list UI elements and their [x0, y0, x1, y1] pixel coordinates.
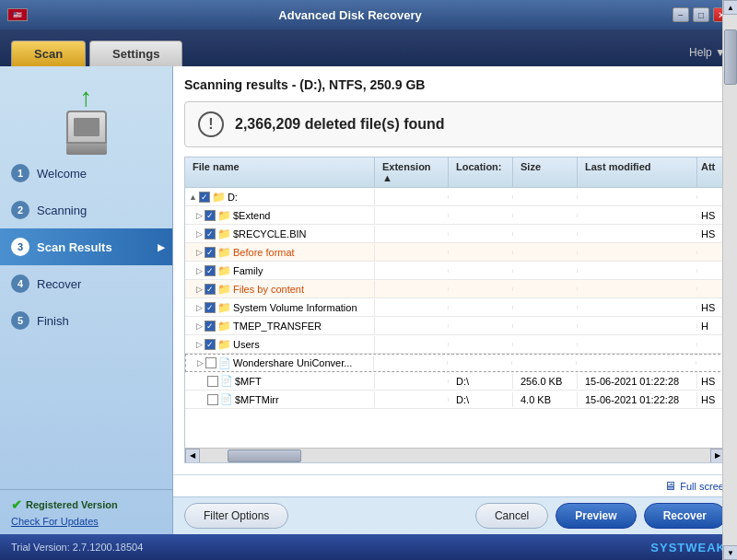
- row-filename: ▲ 📁 D:: [185, 189, 375, 205]
- scroll-left-button[interactable]: ◀: [185, 449, 200, 463]
- col-header-filename: File name: [185, 158, 375, 187]
- row-checkbox[interactable]: [205, 302, 216, 313]
- table-body: ▲ 📁 D:: [185, 188, 725, 448]
- folder-icon: 📁: [217, 209, 231, 222]
- table-header: File name Extension ▲ Location: Size Las…: [185, 158, 725, 188]
- row-filename: ▷ 📄 Wondershare UniConver...: [193, 356, 374, 371]
- navbar: Scan Settings Help ▼: [0, 29, 737, 66]
- full-screen-button[interactable]: 🖥 Full screen: [664, 479, 730, 493]
- fullscreen-icon: 🖥: [664, 479, 676, 493]
- alert-box: ! 2,366,209 deleted file(s) found: [184, 101, 726, 147]
- sidebar-item-recover[interactable]: 4 Recover: [0, 265, 172, 302]
- row-checkbox[interactable]: [207, 394, 218, 405]
- table-row[interactable]: ▷ 📁 Files by content: [185, 280, 725, 298]
- col-header-modified: Last modified: [578, 158, 697, 187]
- file-table: File name Extension ▲ Location: Size Las…: [184, 157, 726, 463]
- table-row[interactable]: ▷ 📁 $RECYCLE.BIN HS: [185, 225, 725, 243]
- tab-settings[interactable]: Settings: [89, 41, 182, 66]
- row-checkbox[interactable]: [205, 247, 216, 258]
- navbar-tabs: Scan Settings: [11, 41, 182, 66]
- maximize-button[interactable]: □: [693, 7, 709, 22]
- table-row[interactable]: ▲ 📁 D:: [185, 188, 725, 206]
- horizontal-scrollbar[interactable]: ◀ ▶: [185, 448, 725, 462]
- folder-icon: 📁: [217, 301, 231, 314]
- scan-results-title: Scanning results - (D:), NTFS, 250.9 GB: [184, 77, 726, 92]
- titlebar-title: Advanced Disk Recovery: [28, 8, 673, 22]
- vertical-scrollbar[interactable]: ▲ ▼: [722, 188, 725, 462]
- folder-icon: 📁: [217, 228, 231, 240]
- table-row[interactable]: ▷ 📁 System Volume Information HS: [185, 298, 725, 317]
- col-header-location: Location:: [449, 158, 513, 187]
- row-checkbox[interactable]: [205, 284, 216, 295]
- registered-badge: ✔ Registered Version: [11, 497, 161, 512]
- folder-icon: 📁: [217, 246, 231, 259]
- titlebar-controls: − □ ✕: [673, 7, 730, 22]
- row-checkbox[interactable]: [207, 376, 218, 387]
- action-bar: Filter Options Cancel Preview Recover: [173, 496, 737, 534]
- col-header-extension[interactable]: Extension ▲: [375, 158, 449, 187]
- alert-icon: !: [198, 111, 224, 137]
- row-checkbox[interactable]: [205, 339, 216, 350]
- cancel-button[interactable]: Cancel: [475, 503, 548, 529]
- folder-icon: 📁: [217, 338, 231, 351]
- sidebar-footer: ✔ Registered Version Check For Updates: [0, 489, 172, 534]
- row-checkbox[interactable]: [205, 265, 216, 276]
- preview-button[interactable]: Preview: [556, 503, 636, 529]
- folder-icon: 📁: [217, 283, 231, 296]
- main-layout: ↑ 1 Welcome 2 Scanning 3 Scan Results: [0, 66, 737, 534]
- scroll-track: [200, 449, 710, 462]
- sidebar-item-finish[interactable]: 5 Finish: [0, 302, 172, 339]
- row-filename: ▷ 📁 $RECYCLE.BIN: [193, 226, 375, 242]
- col-header-size: Size: [513, 158, 578, 187]
- titlebar-flag: 🇺🇸: [7, 8, 28, 21]
- row-filename: ▷ 📁 Users: [193, 336, 375, 353]
- table-row[interactable]: ▷ 📁 Family: [185, 262, 725, 280]
- sidebar-item-scan-results[interactable]: 3 Scan Results: [0, 228, 172, 265]
- row-filename: ▷ 📁 Family: [193, 262, 375, 279]
- table-row[interactable]: 📄 $MFTMirr D:\ 4.0 KB 15-06-2021 01:22:2…: [185, 391, 725, 409]
- row-filename: ▷ 📁 $Extend: [193, 207, 375, 224]
- table-row[interactable]: ▷ 📁 Users: [185, 335, 725, 354]
- sidebar-logo: ↑: [0, 74, 172, 155]
- content-area: Scanning results - (D:), NTFS, 250.9 GB …: [173, 66, 737, 474]
- tab-scan[interactable]: Scan: [11, 41, 86, 66]
- sidebar-item-welcome[interactable]: 1 Welcome: [0, 155, 172, 192]
- table-row[interactable]: 📄 $MFT D:\ 256.0 KB 15-06-2021 01:22:28 …: [185, 372, 725, 391]
- row-filename: 📄 $MFTMirr: [204, 391, 375, 407]
- statusbar: Trial Version: 2.7.1200.18504 SYSTWEAK: [0, 534, 737, 560]
- row-filename: ▷ 📁 System Volume Information: [193, 299, 375, 316]
- alert-text: 2,366,209 deleted file(s) found: [235, 116, 445, 133]
- table-row[interactable]: ▷ 📁 TMEP_TRANSFER H: [185, 317, 725, 335]
- titlebar: 🇺🇸 Advanced Disk Recovery − □ ✕: [0, 0, 737, 29]
- bottom-bar: 🖥 Full screen: [173, 474, 737, 496]
- app-logo: ↑: [59, 85, 114, 140]
- table-row[interactable]: ▷ 📁 Before format: [185, 243, 725, 262]
- version-label: Trial Version: 2.7.1200.18504: [11, 542, 143, 553]
- col-header-attr: Att: [697, 158, 725, 187]
- minimize-button[interactable]: −: [673, 7, 689, 22]
- table-row[interactable]: ▷ 📁 $Extend HS: [185, 206, 725, 225]
- filter-options-button[interactable]: Filter Options: [184, 503, 288, 529]
- sidebar-item-scanning[interactable]: 2 Scanning: [0, 192, 172, 228]
- table-row[interactable]: ▷ 📄 Wondershare UniConver...: [185, 354, 725, 372]
- brand-logo: SYSTWEAK: [650, 541, 726, 554]
- check-updates-link[interactable]: Check For Updates: [11, 516, 161, 527]
- help-menu[interactable]: Help ▼: [689, 46, 726, 66]
- row-checkbox[interactable]: [205, 357, 216, 368]
- row-checkbox[interactable]: [205, 321, 216, 332]
- sidebar-steps: 1 Welcome 2 Scanning 3 Scan Results 4 Re…: [0, 155, 172, 489]
- recover-button[interactable]: Recover: [644, 503, 726, 529]
- sidebar: ↑ 1 Welcome 2 Scanning 3 Scan Results: [0, 66, 173, 534]
- row-filename: ▷ 📁 Before format: [193, 244, 375, 261]
- folder-icon: 📁: [212, 191, 226, 204]
- row-filename: 📄 $MFT: [204, 373, 375, 389]
- scroll-thumb[interactable]: [228, 449, 301, 462]
- folder-icon: 📁: [217, 264, 231, 277]
- row-checkbox[interactable]: [199, 192, 210, 203]
- folder-icon: 📁: [217, 320, 231, 332]
- row-checkbox[interactable]: [205, 210, 216, 221]
- row-checkbox[interactable]: [205, 228, 216, 239]
- row-filename: ▷ 📁 TMEP_TRANSFER: [193, 318, 375, 334]
- row-filename: ▷ 📁 Files by content: [193, 281, 375, 298]
